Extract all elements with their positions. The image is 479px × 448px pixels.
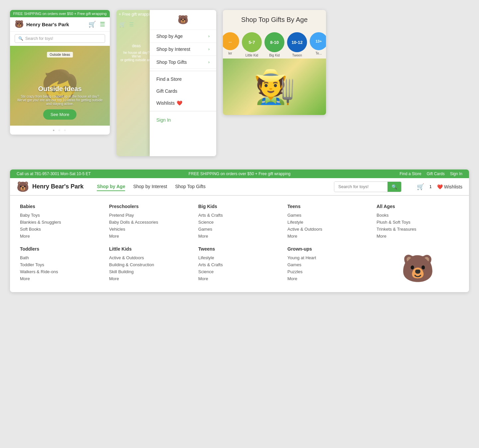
menu-tweens-more[interactable]: More <box>198 275 281 282</box>
menu-divider-1 <box>150 71 216 71</box>
search-icon: 🔍 <box>18 36 23 41</box>
top-bar-phone: Call us at 781-957-3001 Mon-Sat 10-5 ET <box>17 171 128 176</box>
menu-toddlers-more[interactable]: More <box>20 275 102 282</box>
age-col-10-12: 10-12 Tween <box>287 32 307 57</box>
logo-bear-icon: 🐻 <box>17 181 29 192</box>
chevron-right-icon-2: › <box>208 47 210 52</box>
menu-logo-area: 🐻 <box>150 10 216 30</box>
wishlist-heart-icon: ❤️ <box>437 184 443 189</box>
desktop-ui: Call us at 781-957-3001 Mon-Sat 10-5 ET … <box>10 169 469 292</box>
nav-shop-by-interest[interactable]: Shop by Interest <box>133 182 167 191</box>
menu-babies-more[interactable]: More <box>20 233 102 240</box>
age-col-5-7: 5-7 Little Kid <box>242 32 262 57</box>
cart-icon-desktop[interactable]: 🛒 <box>417 183 424 190</box>
top-row: FREE SHIPPING on orders over $50 + Free … <box>10 10 469 156</box>
gardening-child-illustration: 🧑‍🌾 <box>254 67 295 106</box>
age-circle-toddler[interactable]: ... <box>223 32 239 50</box>
menu-lifestyle[interactable]: Lifestyle <box>287 219 370 226</box>
menu-arts-crafts[interactable]: Arts & Crafts <box>198 212 281 219</box>
search-input[interactable] <box>334 182 388 191</box>
menu-soft-books[interactable]: Soft Books <box>20 226 102 233</box>
menu-walkers[interactable]: Walkers & Ride-ons <box>20 268 102 275</box>
gift-cards-link[interactable]: Gift Cards <box>427 171 445 176</box>
find-store-link[interactable]: Find a Store <box>399 171 421 176</box>
cart-icon[interactable]: 🛒 <box>88 21 96 28</box>
menu-young-at-heart[interactable]: Young at Heart <box>287 254 370 261</box>
menu-vehicles[interactable]: Vehicles <box>109 226 192 233</box>
search-button[interactable]: 🔍 <box>388 182 401 192</box>
menu-tweens-arts-crafts[interactable]: Arts & Crafts <box>198 261 281 268</box>
menu-active-outdoors[interactable]: Active & Outdoors <box>287 226 370 233</box>
mega-col-grown-ups: Grown-ups Young at Heart Games Puzzles M… <box>287 246 370 284</box>
menu-pretend-play[interactable]: Pretend Play <box>109 212 192 219</box>
menu-skill-building[interactable]: Skill Building <box>109 268 192 275</box>
desktop-nav: 🐻 Henry Bear's Park Shop by Age Shop by … <box>10 178 469 195</box>
mobile-nav-icons: 🛒 ☰ <box>88 21 105 28</box>
hamburger-icon[interactable]: ☰ <box>100 21 105 28</box>
menu-teens-games[interactable]: Games <box>287 212 370 219</box>
age-col-toddler: ... ler <box>223 32 239 57</box>
menu-teens-more[interactable]: More <box>287 233 370 240</box>
menu-grownups-games[interactable]: Games <box>287 261 370 268</box>
menu-baby-dolls[interactable]: Baby Dolls & Accessories <box>109 219 192 226</box>
menu-item-wishlists[interactable]: Wishlists ❤️ <box>150 97 216 109</box>
menu-tweens-science[interactable]: Science <box>198 268 281 275</box>
mobile-search-bar: 🔍 Search for toys! <box>10 32 110 46</box>
sign-in-link[interactable]: Sign In <box>450 171 462 176</box>
mega-col-big-kids: Big Kids Arts & Crafts Science Games Mor… <box>198 204 281 240</box>
menu-building-construction[interactable]: Building & Construction <box>109 261 192 268</box>
menu-littlekids-more[interactable]: More <box>109 275 192 282</box>
menu-preschoolers-more[interactable]: More <box>109 233 192 240</box>
menu-science[interactable]: Science <box>198 219 281 226</box>
menu-books[interactable]: Books <box>377 212 459 219</box>
menu-item-shop-by-age[interactable]: Shop by Age › <box>150 30 216 43</box>
chevron-right-icon-3: › <box>208 60 210 64</box>
nav-shop-top-gifts[interactable]: Shop Top Gifts <box>175 182 206 191</box>
menu-games[interactable]: Games <box>198 226 281 233</box>
mobile-logo-bear-icon: 🐻 <box>15 20 24 29</box>
menu-sign-in[interactable]: Sign In <box>150 113 216 127</box>
menu-item-find-store[interactable]: Find a Store <box>150 73 216 85</box>
see-more-button[interactable]: See More <box>43 109 77 120</box>
mega-col-all-ages: All Ages Books Plush & Soft Toys Trinket… <box>377 204 459 240</box>
menu-blankies[interactable]: Blankies & Snugglers <box>20 219 102 226</box>
menu-item-gift-cards[interactable]: Gift Cards <box>150 85 216 97</box>
mega-menu: Babies Baby Toys Blankies & Snugglers So… <box>10 195 469 292</box>
menu-item-shop-top-gifts[interactable]: Shop Top Gifts › <box>150 56 216 69</box>
nav-links: Shop by Age Shop by Interest Shop Top Gi… <box>97 182 206 191</box>
bear-mascot-illustration: 🐻 <box>401 253 434 284</box>
age-circle-13plus[interactable]: 13+ <box>310 32 326 50</box>
menu-allages-more[interactable]: More <box>377 233 459 240</box>
mega-col-tweens: Tweens Lifestyle Arts & Crafts Science M… <box>198 246 281 284</box>
hamburger-icon-2: ☰ <box>129 21 134 28</box>
chevron-right-icon: › <box>208 34 210 39</box>
mobile-screenshot-2: + Free gift wrapping 🛒 ☰ deas he house a… <box>116 10 216 156</box>
carousel-dots: ● ○ ○ <box>10 126 110 135</box>
nav-shop-by-age[interactable]: Shop by Age <box>97 182 125 191</box>
top-bar-right: Find a Store Gift Cards Sign In <box>351 171 462 176</box>
menu-puzzles[interactable]: Puzzles <box>287 268 370 275</box>
menu-grownups-more[interactable]: More <box>287 275 370 282</box>
bear-mascot-area: 🐻 <box>377 246 459 284</box>
desktop-logo[interactable]: 🐻 Henry Bear's Park <box>17 181 83 192</box>
mega-col-babies: Babies Baby Toys Blankies & Snugglers So… <box>20 204 102 240</box>
menu-divider-2 <box>150 111 216 111</box>
menu-toddler-toys[interactable]: Toddler Toys <box>20 261 102 268</box>
heart-icon: ❤️ <box>177 100 182 106</box>
menu-bigkids-more[interactable]: More <box>198 233 281 240</box>
age-col-8-10: 8-10 Big Kid <box>264 32 284 57</box>
age-circle-10-12[interactable]: 10-12 <box>287 32 307 52</box>
age-circle-8-10[interactable]: 8-10 <box>264 32 284 52</box>
age-hero-image: 🧑‍🌾 <box>223 58 326 115</box>
wishlists-link[interactable]: ❤️ Wishlists <box>437 184 462 189</box>
menu-plush-soft[interactable]: Plush & Soft Toys <box>377 219 459 226</box>
menu-tweens-lifestyle[interactable]: Lifestyle <box>198 254 281 261</box>
menu-bath[interactable]: Bath <box>20 254 102 261</box>
top-bar-shipping: FREE SHIPPING on orders over $50 + Free … <box>128 171 351 176</box>
menu-baby-toys[interactable]: Baby Toys <box>20 212 102 219</box>
menu-trinkets[interactable]: Trinkets & Treasures <box>377 226 459 233</box>
menu-bear-icon: 🐻 <box>178 15 188 25</box>
menu-active-outdoors-lk[interactable]: Active & Outdoors <box>109 254 192 261</box>
age-circle-5-7[interactable]: 5-7 <box>242 32 262 52</box>
menu-item-shop-by-interest[interactable]: Shop by Interest › <box>150 43 216 56</box>
